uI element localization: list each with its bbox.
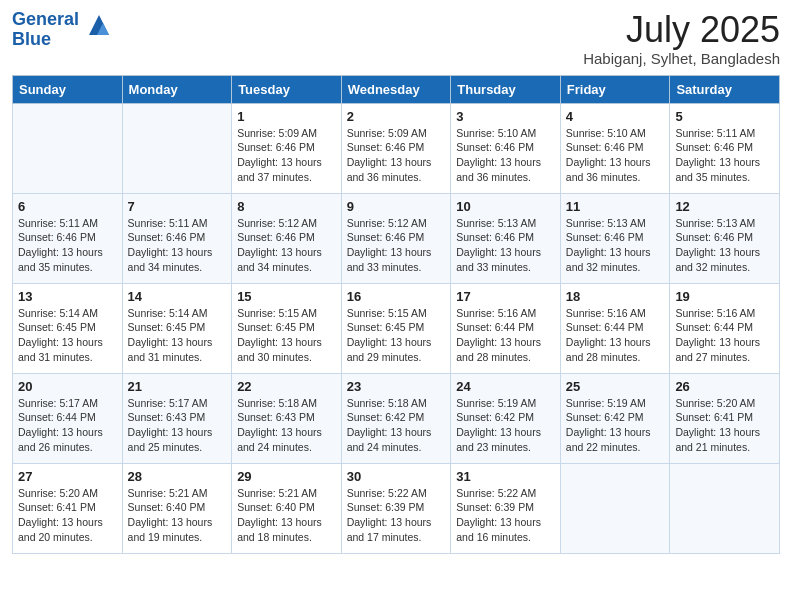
logo-icon: [83, 9, 115, 45]
calendar-cell: [13, 103, 123, 193]
calendar-table: SundayMondayTuesdayWednesdayThursdayFrid…: [12, 75, 780, 554]
day-number: 14: [128, 289, 227, 304]
weekday-header: Wednesday: [341, 75, 451, 103]
calendar-cell: 2Sunrise: 5:09 AMSunset: 6:46 PMDaylight…: [341, 103, 451, 193]
calendar-cell: 14Sunrise: 5:14 AMSunset: 6:45 PMDayligh…: [122, 283, 232, 373]
calendar-container: General Blue July 2025 Habiganj, Sylhet,…: [0, 0, 792, 564]
day-info: Sunrise: 5:12 AMSunset: 6:46 PMDaylight:…: [347, 216, 446, 275]
day-info: Sunrise: 5:13 AMSunset: 6:46 PMDaylight:…: [456, 216, 555, 275]
calendar-cell: [560, 463, 670, 553]
day-number: 10: [456, 199, 555, 214]
day-number: 25: [566, 379, 665, 394]
weekday-header: Friday: [560, 75, 670, 103]
day-number: 12: [675, 199, 774, 214]
day-number: 26: [675, 379, 774, 394]
calendar-week-row: 1Sunrise: 5:09 AMSunset: 6:46 PMDaylight…: [13, 103, 780, 193]
calendar-cell: 24Sunrise: 5:19 AMSunset: 6:42 PMDayligh…: [451, 373, 561, 463]
day-number: 17: [456, 289, 555, 304]
weekday-header: Thursday: [451, 75, 561, 103]
calendar-cell: 27Sunrise: 5:20 AMSunset: 6:41 PMDayligh…: [13, 463, 123, 553]
calendar-cell: 1Sunrise: 5:09 AMSunset: 6:46 PMDaylight…: [232, 103, 342, 193]
day-number: 24: [456, 379, 555, 394]
day-number: 4: [566, 109, 665, 124]
day-number: 7: [128, 199, 227, 214]
day-info: Sunrise: 5:12 AMSunset: 6:46 PMDaylight:…: [237, 216, 336, 275]
day-number: 15: [237, 289, 336, 304]
day-info: Sunrise: 5:14 AMSunset: 6:45 PMDaylight:…: [128, 306, 227, 365]
day-info: Sunrise: 5:14 AMSunset: 6:45 PMDaylight:…: [18, 306, 117, 365]
calendar-cell: 12Sunrise: 5:13 AMSunset: 6:46 PMDayligh…: [670, 193, 780, 283]
calendar-week-row: 6Sunrise: 5:11 AMSunset: 6:46 PMDaylight…: [13, 193, 780, 283]
logo-line1: General: [12, 10, 79, 30]
day-info: Sunrise: 5:09 AMSunset: 6:46 PMDaylight:…: [237, 126, 336, 185]
day-info: Sunrise: 5:19 AMSunset: 6:42 PMDaylight:…: [566, 396, 665, 455]
calendar-cell: 7Sunrise: 5:11 AMSunset: 6:46 PMDaylight…: [122, 193, 232, 283]
weekday-header: Sunday: [13, 75, 123, 103]
day-info: Sunrise: 5:09 AMSunset: 6:46 PMDaylight:…: [347, 126, 446, 185]
day-info: Sunrise: 5:19 AMSunset: 6:42 PMDaylight:…: [456, 396, 555, 455]
title-block: July 2025 Habiganj, Sylhet, Bangladesh: [583, 10, 780, 67]
calendar-cell: 18Sunrise: 5:16 AMSunset: 6:44 PMDayligh…: [560, 283, 670, 373]
day-number: 20: [18, 379, 117, 394]
day-number: 27: [18, 469, 117, 484]
calendar-cell: [122, 103, 232, 193]
location: Habiganj, Sylhet, Bangladesh: [583, 50, 780, 67]
calendar-cell: 17Sunrise: 5:16 AMSunset: 6:44 PMDayligh…: [451, 283, 561, 373]
day-number: 2: [347, 109, 446, 124]
calendar-cell: 22Sunrise: 5:18 AMSunset: 6:43 PMDayligh…: [232, 373, 342, 463]
day-info: Sunrise: 5:16 AMSunset: 6:44 PMDaylight:…: [566, 306, 665, 365]
calendar-cell: 8Sunrise: 5:12 AMSunset: 6:46 PMDaylight…: [232, 193, 342, 283]
calendar-cell: 5Sunrise: 5:11 AMSunset: 6:46 PMDaylight…: [670, 103, 780, 193]
day-number: 5: [675, 109, 774, 124]
weekday-header: Monday: [122, 75, 232, 103]
day-info: Sunrise: 5:13 AMSunset: 6:46 PMDaylight:…: [566, 216, 665, 275]
day-number: 29: [237, 469, 336, 484]
day-number: 11: [566, 199, 665, 214]
calendar-cell: 4Sunrise: 5:10 AMSunset: 6:46 PMDaylight…: [560, 103, 670, 193]
calendar-cell: 16Sunrise: 5:15 AMSunset: 6:45 PMDayligh…: [341, 283, 451, 373]
calendar-cell: 26Sunrise: 5:20 AMSunset: 6:41 PMDayligh…: [670, 373, 780, 463]
logo: General Blue: [12, 10, 115, 50]
day-info: Sunrise: 5:10 AMSunset: 6:46 PMDaylight:…: [456, 126, 555, 185]
day-info: Sunrise: 5:16 AMSunset: 6:44 PMDaylight:…: [456, 306, 555, 365]
calendar-week-row: 27Sunrise: 5:20 AMSunset: 6:41 PMDayligh…: [13, 463, 780, 553]
calendar-cell: 19Sunrise: 5:16 AMSunset: 6:44 PMDayligh…: [670, 283, 780, 373]
day-number: 31: [456, 469, 555, 484]
day-info: Sunrise: 5:22 AMSunset: 6:39 PMDaylight:…: [347, 486, 446, 545]
day-info: Sunrise: 5:21 AMSunset: 6:40 PMDaylight:…: [128, 486, 227, 545]
day-info: Sunrise: 5:16 AMSunset: 6:44 PMDaylight:…: [675, 306, 774, 365]
calendar-cell: 15Sunrise: 5:15 AMSunset: 6:45 PMDayligh…: [232, 283, 342, 373]
day-info: Sunrise: 5:15 AMSunset: 6:45 PMDaylight:…: [347, 306, 446, 365]
calendar-cell: 23Sunrise: 5:18 AMSunset: 6:42 PMDayligh…: [341, 373, 451, 463]
month-title: July 2025: [583, 10, 780, 50]
day-number: 21: [128, 379, 227, 394]
day-number: 9: [347, 199, 446, 214]
calendar-cell: 28Sunrise: 5:21 AMSunset: 6:40 PMDayligh…: [122, 463, 232, 553]
day-number: 3: [456, 109, 555, 124]
calendar-cell: 3Sunrise: 5:10 AMSunset: 6:46 PMDaylight…: [451, 103, 561, 193]
day-info: Sunrise: 5:11 AMSunset: 6:46 PMDaylight:…: [128, 216, 227, 275]
calendar-cell: 11Sunrise: 5:13 AMSunset: 6:46 PMDayligh…: [560, 193, 670, 283]
header-row: SundayMondayTuesdayWednesdayThursdayFrid…: [13, 75, 780, 103]
calendar-cell: 30Sunrise: 5:22 AMSunset: 6:39 PMDayligh…: [341, 463, 451, 553]
day-number: 16: [347, 289, 446, 304]
calendar-week-row: 13Sunrise: 5:14 AMSunset: 6:45 PMDayligh…: [13, 283, 780, 373]
day-info: Sunrise: 5:13 AMSunset: 6:46 PMDaylight:…: [675, 216, 774, 275]
calendar-cell: 25Sunrise: 5:19 AMSunset: 6:42 PMDayligh…: [560, 373, 670, 463]
day-number: 28: [128, 469, 227, 484]
calendar-cell: 21Sunrise: 5:17 AMSunset: 6:43 PMDayligh…: [122, 373, 232, 463]
day-number: 19: [675, 289, 774, 304]
day-number: 22: [237, 379, 336, 394]
day-number: 8: [237, 199, 336, 214]
day-info: Sunrise: 5:18 AMSunset: 6:43 PMDaylight:…: [237, 396, 336, 455]
day-info: Sunrise: 5:17 AMSunset: 6:44 PMDaylight:…: [18, 396, 117, 455]
day-info: Sunrise: 5:17 AMSunset: 6:43 PMDaylight:…: [128, 396, 227, 455]
day-info: Sunrise: 5:21 AMSunset: 6:40 PMDaylight:…: [237, 486, 336, 545]
weekday-header: Saturday: [670, 75, 780, 103]
day-info: Sunrise: 5:11 AMSunset: 6:46 PMDaylight:…: [18, 216, 117, 275]
day-number: 23: [347, 379, 446, 394]
calendar-cell: 13Sunrise: 5:14 AMSunset: 6:45 PMDayligh…: [13, 283, 123, 373]
header: General Blue July 2025 Habiganj, Sylhet,…: [12, 10, 780, 67]
calendar-cell: 10Sunrise: 5:13 AMSunset: 6:46 PMDayligh…: [451, 193, 561, 283]
logo-line2: Blue: [12, 30, 79, 50]
